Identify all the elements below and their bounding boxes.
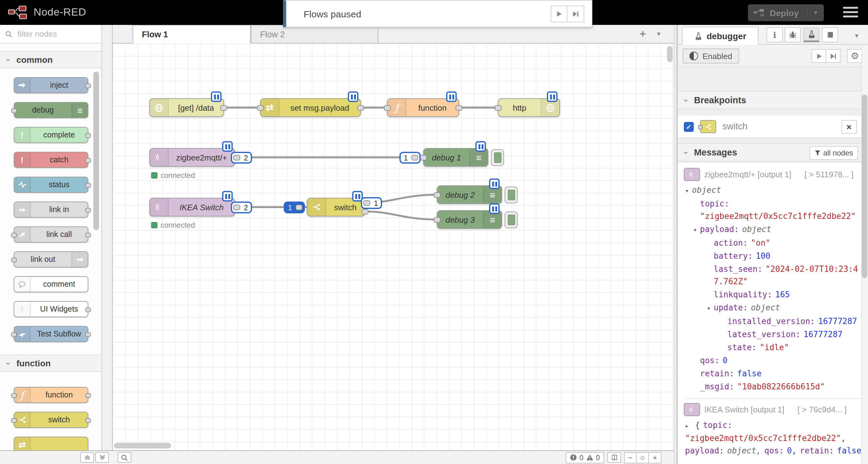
palette-node-function[interactable]: ƒ function	[14, 387, 88, 403]
debug-message[interactable]: zigbee2mqtt/+ [output 1] [ > 511978... ]…	[684, 168, 862, 399]
tree-line[interactable]: last_seen:"2024-02-07T10:23:47.762Z"	[684, 263, 862, 288]
message-id-ref[interactable]: [ > 511978... ]	[805, 168, 854, 181]
debugger-step-button[interactable]	[826, 49, 841, 63]
palette-node-catch[interactable]: ! catch	[14, 152, 88, 168]
caret-down-icon[interactable]: ▾	[685, 185, 692, 197]
tree-line[interactable]: battery:100	[684, 250, 862, 263]
palette-node-debug[interactable]: debug ≡	[14, 102, 88, 118]
palette-node-status[interactable]: status	[14, 177, 88, 193]
remove-breakpoint-button[interactable]: ×	[841, 120, 857, 134]
tree-line[interactable]: _msgid:"10ab0822666b615d"	[684, 380, 862, 393]
message-id-ref[interactable]: [ > 76c9d4... ]	[797, 403, 846, 416]
palette-resize-gutter[interactable]	[102, 25, 113, 450]
active-breakpoint-count-switch-input[interactable]: 1	[284, 201, 305, 213]
navigator-button[interactable]	[607, 452, 621, 463]
debugger-settings-button[interactable]: ⚙	[847, 49, 863, 63]
palette-node-ui-widgets[interactable]: ! UI Widgets	[14, 301, 88, 317]
tree-line[interactable]: retain:false	[684, 368, 862, 380]
input-port[interactable]	[384, 105, 391, 111]
palette-node-test-subflow[interactable]: Test Subflow	[14, 326, 88, 342]
deploy-button[interactable]: Deploy ▼	[748, 4, 824, 21]
palette-node-change-partial[interactable]: ⇄	[14, 437, 88, 450]
debug-messages-tab-button[interactable]	[785, 27, 801, 42]
debugger-enabled-toggle[interactable]: Enabled	[683, 48, 739, 63]
palette-category-common[interactable]: › common	[0, 51, 101, 68]
palette-node-link-in[interactable]: link in	[14, 201, 88, 218]
caret-down-icon[interactable]: ▾	[693, 224, 700, 236]
output-port[interactable]	[456, 105, 462, 111]
palette-node-complete[interactable]: ! complete	[14, 127, 88, 143]
tree-line[interactable]: ▾payload:object	[684, 223, 862, 236]
debug-message[interactable]: IKEA Switch [output 1] [ > 76c9d4... ] ▸…	[684, 403, 862, 457]
tree-line[interactable]: ▾update:object	[684, 302, 862, 315]
canvas-vertical-scrollbar[interactable]	[667, 46, 673, 62]
debugger-tab-button[interactable]	[803, 27, 819, 42]
queued-count-debug1-input[interactable]: 1	[400, 152, 421, 164]
tree-line[interactable]: linkquality:165	[684, 289, 862, 301]
queued-count-ikea-output[interactable]: 2	[231, 201, 252, 213]
collapsed-message-preview[interactable]: ▸{topic:"zigbee2mqtt/0x5cc7c1fffe2dbe22"…	[684, 419, 862, 457]
flow-node-debug-1[interactable]: debug 1 ≡	[423, 148, 489, 167]
debug-toggle-button[interactable]	[505, 211, 518, 228]
palette-node-comment[interactable]: comment	[14, 276, 88, 292]
tree-line[interactable]: action:"on"	[684, 237, 862, 250]
breakpoint-checkbox[interactable]: ✓	[684, 122, 694, 132]
caret-right-icon[interactable]: ▸	[685, 420, 692, 432]
flow-node-function[interactable]: ƒ function	[387, 98, 459, 117]
tree-line[interactable]: installed_version:16777287	[684, 316, 862, 328]
sidebar-resize-gutter[interactable]	[674, 25, 677, 464]
notification-counts[interactable]: 0 0	[566, 452, 604, 463]
debugger-play-button[interactable]	[811, 49, 826, 63]
tree-line[interactable]: latest_version:16777287	[684, 328, 862, 341]
palette-node-inject[interactable]: inject	[14, 77, 88, 93]
canvas-horizontal-scrollbar[interactable]	[114, 443, 171, 449]
input-port[interactable]	[257, 105, 264, 111]
expand-all-categories-button[interactable]	[95, 452, 109, 463]
zoom-in-button[interactable]: +	[649, 452, 661, 463]
flow-node-http-response[interactable]: http	[498, 98, 560, 117]
collapse-all-categories-button[interactable]	[80, 452, 94, 463]
flow-node-change[interactable]: ⇄ set msg.payload	[260, 98, 361, 117]
flow-canvas[interactable]: [get] /data ⇄ set msg.payload ƒ function…	[113, 43, 674, 450]
info-tab-button[interactable]: i	[767, 27, 783, 42]
input-port[interactable]	[495, 105, 501, 111]
input-port[interactable]	[434, 217, 440, 223]
resume-flows-button[interactable]	[551, 5, 567, 22]
flow-node-mqtt-ikea[interactable]: IKEA Switch connected	[149, 198, 235, 217]
caret-down-icon[interactable]: ▾	[707, 302, 714, 315]
palette-search-input[interactable]	[16, 29, 85, 39]
canvas-search-button[interactable]	[118, 452, 131, 463]
sidebar-tabs-chevron-icon[interactable]: ▾	[855, 32, 858, 40]
output-port-2[interactable]	[362, 209, 368, 214]
breakpoints-section-header[interactable]: › Breakpoints	[678, 91, 868, 109]
tab-flow-2[interactable]: Flow 2	[251, 25, 378, 43]
palette-node-link-out[interactable]: link out	[14, 251, 88, 267]
output-port[interactable]	[357, 105, 364, 111]
queued-count-zigbee-output[interactable]: 2	[231, 152, 252, 164]
zoom-reset-button[interactable]: ○	[637, 452, 649, 463]
flow-list-chevron-icon[interactable]: ▾	[657, 30, 660, 38]
palette-category-function[interactable]: › function	[0, 355, 101, 372]
flow-node-mqtt-zigbee[interactable]: zigbee2mqtt/+ connected	[149, 148, 235, 167]
step-flows-button[interactable]	[567, 5, 584, 22]
queued-count-switch-output1[interactable]: 1	[361, 197, 382, 209]
palette-scrollbar[interactable]	[93, 71, 99, 230]
palette-node-link-call[interactable]: link call	[14, 226, 88, 242]
flow-node-debug-2[interactable]: debug 2 ≡	[437, 185, 502, 204]
input-port[interactable]	[420, 155, 427, 161]
help-tab-button[interactable]	[822, 27, 838, 42]
tab-flow-1[interactable]: Flow 1	[132, 25, 251, 43]
messages-section-header[interactable]: › Messages all nodes	[678, 143, 868, 162]
zoom-out-button[interactable]: −	[624, 452, 637, 463]
sidebar-tab-debugger[interactable]: debugger	[682, 27, 758, 45]
sidebar-scrollbar-thumb[interactable]	[862, 95, 867, 278]
input-port[interactable]	[434, 192, 440, 198]
output-port[interactable]	[220, 105, 227, 111]
flow-node-http-in[interactable]: [get] /data	[149, 98, 224, 117]
flow-node-switch[interactable]: switch	[307, 198, 365, 217]
sidebar-scrollbar-track[interactable]	[861, 45, 868, 464]
add-flow-button[interactable]: +	[636, 28, 650, 40]
palette-node-switch[interactable]: switch	[14, 412, 88, 428]
tree-line[interactable]: topic:"zigbee2mqtt/0x5cc7c1fffe2dbe22"	[684, 198, 862, 223]
deploy-options-chevron-icon[interactable]: ▼	[807, 8, 819, 18]
